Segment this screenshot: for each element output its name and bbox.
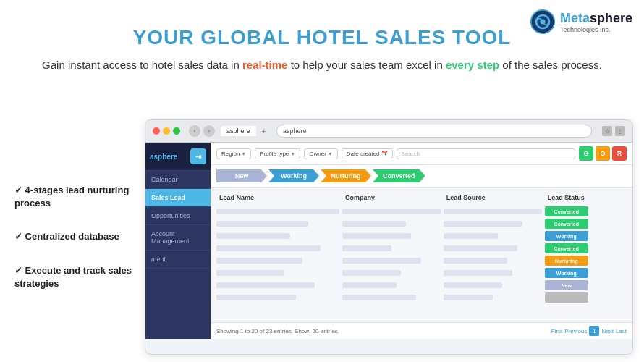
last-btn[interactable]: Last xyxy=(616,328,627,334)
col-lead-source: Lead Source xyxy=(444,192,542,203)
subtitle: Gain instant access to hotel sales data … xyxy=(0,56,644,74)
every-highlight: every step xyxy=(446,59,499,71)
subtitle-before: Gain instant access to hotel sales data … xyxy=(42,59,242,71)
source-bar xyxy=(444,233,498,239)
browser-dots xyxy=(153,127,180,135)
action-btn-green[interactable]: G xyxy=(579,146,593,161)
action-btn-orange[interactable]: O xyxy=(596,146,610,161)
sidebar-item-account-management[interactable]: Account Management xyxy=(145,225,211,251)
subtitle-after: of the sales process. xyxy=(499,59,602,71)
stage-pipeline: New Working Nurturing Converted xyxy=(211,165,632,188)
company-bar xyxy=(342,258,421,264)
stage-converted[interactable]: Converted xyxy=(373,169,425,182)
source-bar xyxy=(444,209,542,214)
date-filter[interactable]: Date created 📅 xyxy=(342,148,393,159)
back-btn[interactable]: ‹ xyxy=(189,125,200,137)
feature-2: ✓ Centralized database xyxy=(14,230,137,243)
source-bar xyxy=(444,245,517,251)
table-footer: Showing 1 to 20 of 23 entries. Show: 20 … xyxy=(211,322,632,339)
status-badge xyxy=(545,292,588,303)
dot-yellow[interactable] xyxy=(163,127,170,135)
table-row[interactable]: Converted xyxy=(216,206,627,216)
star-icon[interactable]: ☆ xyxy=(602,126,612,136)
sidebar-item-sales-lead[interactable]: Sales Lead xyxy=(145,189,211,207)
address-bar[interactable]: asphere xyxy=(276,125,592,138)
logo-sphere: sphere xyxy=(590,11,632,25)
source-bar xyxy=(444,270,512,276)
search-input[interactable]: Search xyxy=(397,148,575,159)
source-bar xyxy=(444,282,503,288)
browser-tab[interactable]: asphere xyxy=(221,126,256,136)
table-row[interactable]: Converted xyxy=(216,219,627,229)
region-arrow: ▼ xyxy=(241,151,246,156)
owner-filter[interactable]: Owner ▼ xyxy=(304,148,338,159)
tab-plus[interactable]: + xyxy=(262,127,266,135)
lead-name-bar xyxy=(216,258,302,264)
next-btn[interactable]: Next xyxy=(601,328,613,334)
table-row[interactable]: New xyxy=(216,280,627,290)
action-btn-red[interactable]: R xyxy=(612,146,627,161)
subtitle-middle: to help your sales team excel in xyxy=(287,59,445,71)
col-lead-status: Lead Status xyxy=(545,192,627,203)
lead-name-bar xyxy=(216,221,308,227)
region-filter[interactable]: Region ▼ xyxy=(216,148,251,159)
stage-new[interactable]: New xyxy=(216,169,267,182)
forward-btn[interactable]: › xyxy=(203,125,215,137)
logout-button[interactable]: ⇥ xyxy=(190,148,206,164)
browser-nav: ‹ › xyxy=(189,125,215,137)
content-area: ✓ 4-stages lead nurturing process ✓ Cent… xyxy=(0,112,644,362)
logo-tagline: Technologies Inc. xyxy=(560,26,632,33)
col-company: Company xyxy=(342,192,441,203)
logo-meta: Meta xyxy=(560,11,590,25)
menu-icon[interactable]: ⋮ xyxy=(615,126,625,136)
lead-name-bar xyxy=(216,270,284,276)
leads-table: Lead Name Company Lead Source Lead Statu… xyxy=(211,188,632,322)
lead-name-bar xyxy=(216,245,321,251)
date-arrow: 📅 xyxy=(381,151,388,156)
company-bar xyxy=(342,245,391,251)
status-badge: Working xyxy=(545,231,588,241)
logo-icon xyxy=(530,9,556,35)
table-row[interactable]: Working xyxy=(216,268,627,278)
sidebar-item-extra[interactable]: ment xyxy=(145,251,211,269)
pagination: First Previous 1 Next Last xyxy=(551,326,627,336)
sidebar-item-calendar[interactable]: Calendar xyxy=(145,171,211,189)
logo-text: Metasphere Technologies Inc. xyxy=(560,11,632,33)
owner-label: Owner xyxy=(309,151,326,157)
logo-brand: Metasphere xyxy=(560,11,632,26)
sidebar-logo-text: asphere xyxy=(150,153,177,161)
table-row[interactable] xyxy=(216,292,627,303)
stage-nurturing[interactable]: Nurturing xyxy=(321,169,371,182)
sidebar-nav: Calendar Sales Lead Opportunities Accoun… xyxy=(145,171,211,339)
status-badge: New xyxy=(545,280,588,290)
table-row[interactable]: Nurturing xyxy=(216,256,627,266)
app-sidebar: asphere ⇥ Calendar Sales Lead Opportunit… xyxy=(145,143,211,339)
first-btn[interactable]: First xyxy=(551,328,563,334)
status-badge: Working xyxy=(545,268,588,278)
company-bar xyxy=(342,233,411,239)
source-bar xyxy=(444,295,493,300)
dot-green[interactable] xyxy=(173,127,180,135)
company-bar xyxy=(342,270,402,276)
status-badge: Converted xyxy=(545,243,588,253)
lead-name-bar xyxy=(216,233,290,239)
table-rows: Converted Converted Working xyxy=(216,206,627,303)
lead-name-bar xyxy=(216,295,296,300)
profile-arrow: ▼ xyxy=(290,151,295,156)
stage-working[interactable]: Working xyxy=(268,169,319,182)
app-main: Region ▼ Profile type ▼ Owner ▼ Date cre… xyxy=(211,143,632,339)
col-lead-name: Lead Name xyxy=(216,192,339,203)
lead-name-bar xyxy=(216,209,339,214)
company-bar xyxy=(342,221,406,227)
status-badge: Converted xyxy=(545,206,588,216)
table-header: Lead Name Company Lead Source Lead Statu… xyxy=(216,192,627,203)
browser-chrome: ‹ › asphere + asphere ☆ ⋮ xyxy=(145,120,632,143)
table-row[interactable]: Working xyxy=(216,231,627,241)
dot-red[interactable] xyxy=(153,127,160,135)
table-row[interactable]: Converted xyxy=(216,243,627,253)
prev-btn[interactable]: Previous xyxy=(564,328,587,334)
app-content: asphere ⇥ Calendar Sales Lead Opportunit… xyxy=(145,143,632,339)
profile-type-filter[interactable]: Profile type ▼ xyxy=(255,148,300,159)
realtime-highlight: real-time xyxy=(242,59,288,71)
sidebar-item-opportunities[interactable]: Opportunities xyxy=(145,207,211,225)
